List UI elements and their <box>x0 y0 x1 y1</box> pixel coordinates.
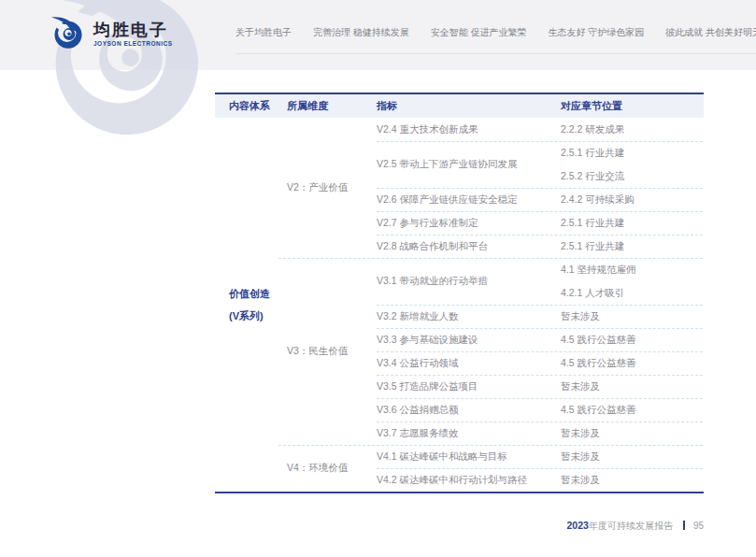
indicator-cell: V2.8 战略合作机制和平台 <box>377 235 561 258</box>
indicator-rows: V3.1 带动就业的行动举措4.1 坚持规范雇佣4.2.1 人才吸引V3.2 新… <box>377 258 704 445</box>
indicator-cell: V3.3 参与基础设施建设 <box>377 328 561 351</box>
indicator-rows: V2.4 重大技术创新成果2.2.2 研发成果V2.5 带动上下游产业链协同发展… <box>377 118 704 258</box>
col-header-content-system: 内容体系 <box>229 94 270 118</box>
logo-name-en: JOYSON ELECTRONICS <box>93 40 172 47</box>
chapter-cells: 暂未涉及 <box>561 421 704 445</box>
chapter-cells: 4.5 践行公益慈善 <box>561 328 704 351</box>
indicator-cell: V3.5 打造品牌公益项目 <box>377 375 561 398</box>
table-row: V3.5 打造品牌公益项目暂未涉及 <box>377 375 704 398</box>
dimension-label: V3：民生价值 <box>287 345 348 358</box>
indicator-cell: V2.5 带动上下游产业链协同发展 <box>377 141 561 188</box>
table-row: V3.6 公益捐赠总额4.5 践行公益慈善 <box>377 398 704 421</box>
table-row: V2.7 参与行业标准制定2.5.1 行业共建 <box>377 211 704 235</box>
dimension-group: V2：产业价值V2.4 重大技术创新成果2.2.2 研发成果V2.5 带动上下游… <box>215 118 704 258</box>
chapter-cells: 2.5.1 行业共建 <box>561 211 704 235</box>
indicator-cell: V4.1 碳达峰碳中和战略与目标 <box>377 445 561 468</box>
table-row: V2.5 带动上下游产业链协同发展2.5.1 行业共建2.5.2 行业交流 <box>377 141 704 188</box>
table-body: 价值创造 (V系列) V2：产业价值V2.4 重大技术创新成果2.2.2 研发成… <box>215 118 704 492</box>
nav-item-link[interactable]: 彼此成就 共创美好明天 <box>665 26 756 46</box>
indicator-cell: V3.6 公益捐赠总额 <box>377 398 561 421</box>
indicator-cell: V3.2 新增就业人数 <box>377 305 561 328</box>
chapter-cell: 暂未涉及 <box>561 445 704 468</box>
chapter-cell: 2.5.1 行业共建 <box>561 211 704 235</box>
dimension-label: V4：环境价值 <box>287 462 348 475</box>
nav-item-link[interactable]: 关于均胜电子 <box>235 26 292 46</box>
page-footer: 2023年度可持续发展报告95 <box>0 520 704 533</box>
nav-item-link[interactable]: 安全智能 促进产业繁荣 <box>431 26 527 46</box>
indicator-cell: V2.4 重大技术创新成果 <box>377 118 561 141</box>
nav: 关于均胜电子完善治理 稳健持续发展安全智能 促进产业繁荣生态友好 守护绿色家园彼… <box>235 26 756 56</box>
indicator-rows: V4.1 碳达峰碳中和战略与目标暂未涉及V4.2 碳达峰碳中和行动计划与路径暂未… <box>377 445 704 492</box>
dimension-group: V4：环境价值V4.1 碳达峰碳中和战略与目标暂未涉及V4.2 碳达峰碳中和行动… <box>215 445 704 492</box>
table-row: V3.7 志愿服务绩效暂未涉及 <box>377 421 704 445</box>
table-header-row: 内容体系 所属维度 指标 对应章节位置 <box>215 94 704 118</box>
chapter-cells: 4.5 践行公益慈善 <box>561 351 704 375</box>
chapter-cell: 2.4.2 可持续采购 <box>561 188 704 211</box>
chapter-cell: 2.5.2 行业交流 <box>561 164 704 188</box>
footer-report-title: 年度可持续发展报告 <box>589 521 673 531</box>
table-row: V2.8 战略合作机制和平台2.5.1 行业共建 <box>377 235 704 258</box>
logo-name-cn: 均胜电子 <box>93 21 172 38</box>
chapter-cell: 4.1 坚持规范雇佣 <box>561 258 704 281</box>
footer-report-year: 2023 <box>567 520 589 531</box>
indicator-cell: V4.2 碳达峰碳中和行动计划与路径 <box>377 468 561 492</box>
chapter-cell: 4.5 践行公益慈善 <box>561 351 704 375</box>
joyson-swirl-logo-icon <box>50 16 87 52</box>
nav-item-link[interactable]: 完善治理 稳健持续发展 <box>313 26 409 46</box>
chapter-cells: 2.4.2 可持续采购 <box>561 188 704 211</box>
chapter-cell: 2.5.1 行业共建 <box>561 235 704 258</box>
col-header-chapter: 对应章节位置 <box>561 94 622 118</box>
dimension-group: V3：民生价值V3.1 带动就业的行动举措4.1 坚持规范雇佣4.2.1 人才吸… <box>215 258 704 445</box>
chapter-cell: 暂未涉及 <box>561 421 704 445</box>
col-header-indicator: 指标 <box>377 94 397 118</box>
indicator-cell: V3.1 带动就业的行动举措 <box>377 258 561 305</box>
chapter-cell: 2.5.1 行业共建 <box>561 141 704 164</box>
chapter-cells: 2.5.1 行业共建2.5.2 行业交流 <box>561 141 704 188</box>
table-row: V3.4 公益行动领域4.5 践行公益慈善 <box>377 351 704 375</box>
table-row: V3.2 新增就业人数暂未涉及 <box>377 305 704 328</box>
table-row: V3.1 带动就业的行动举措4.1 坚持规范雇佣4.2.1 人才吸引 <box>377 258 704 305</box>
report-page: 均胜电子 JOYSON ELECTRONICS 关于均胜电子完善治理 稳健持续发… <box>0 0 756 557</box>
nav-item-link[interactable]: 生态友好 守护绿色家园 <box>549 26 645 46</box>
indicator-table: 内容体系 所属维度 指标 对应章节位置 价值创造 (V系列) V2：产业价值V2… <box>215 93 704 493</box>
table-row: V2.6 保障产业链供应链安全稳定2.4.2 可持续采购 <box>377 188 704 211</box>
chapter-cell: 4.5 践行公益慈善 <box>561 398 704 421</box>
chapter-cell: 暂未涉及 <box>561 468 704 492</box>
company-logo: 均胜电子 JOYSON ELECTRONICS <box>50 16 172 52</box>
chapter-cell: 暂未涉及 <box>561 305 704 328</box>
indicator-cell: V3.4 公益行动领域 <box>377 351 561 375</box>
chapter-cells: 4.1 坚持规范雇佣4.2.1 人才吸引 <box>561 258 704 305</box>
dimension-label: V2：产业价值 <box>287 181 348 194</box>
page-number: 95 <box>693 521 704 531</box>
chapter-cells: 4.5 践行公益慈善 <box>561 398 704 421</box>
chapter-cell: 4.5 践行公益慈善 <box>561 328 704 351</box>
chapter-cells: 2.5.1 行业共建 <box>561 235 704 258</box>
chapter-cell: 4.2.1 人才吸引 <box>561 281 704 305</box>
indicator-cell: V2.6 保障产业链供应链安全稳定 <box>377 188 561 211</box>
chapter-cells: 暂未涉及 <box>561 445 704 468</box>
chapter-cells: 暂未涉及 <box>561 468 704 492</box>
chapter-cells: 暂未涉及 <box>561 375 704 398</box>
table-row: V4.2 碳达峰碳中和行动计划与路径暂未涉及 <box>377 468 704 492</box>
table-row: V3.3 参与基础设施建设4.5 践行公益慈善 <box>377 328 704 351</box>
indicator-cell: V2.7 参与行业标准制定 <box>377 211 561 235</box>
chapter-cell: 暂未涉及 <box>561 375 704 398</box>
chapter-cell: 2.2.2 研发成果 <box>561 118 704 141</box>
indicator-cell: V3.7 志愿服务绩效 <box>377 421 561 445</box>
footer-divider <box>683 521 685 530</box>
nav-items: 关于均胜电子完善治理 稳健持续发展安全智能 促进产业繁荣生态友好 守护绿色家园彼… <box>235 26 756 46</box>
table-row: V2.4 重大技术创新成果2.2.2 研发成果 <box>377 118 704 141</box>
table-row: V4.1 碳达峰碳中和战略与目标暂未涉及 <box>377 445 704 468</box>
chapter-cells: 暂未涉及 <box>561 305 704 328</box>
chapter-cells: 2.2.2 研发成果 <box>561 118 704 141</box>
col-header-dimension: 所属维度 <box>287 94 328 118</box>
